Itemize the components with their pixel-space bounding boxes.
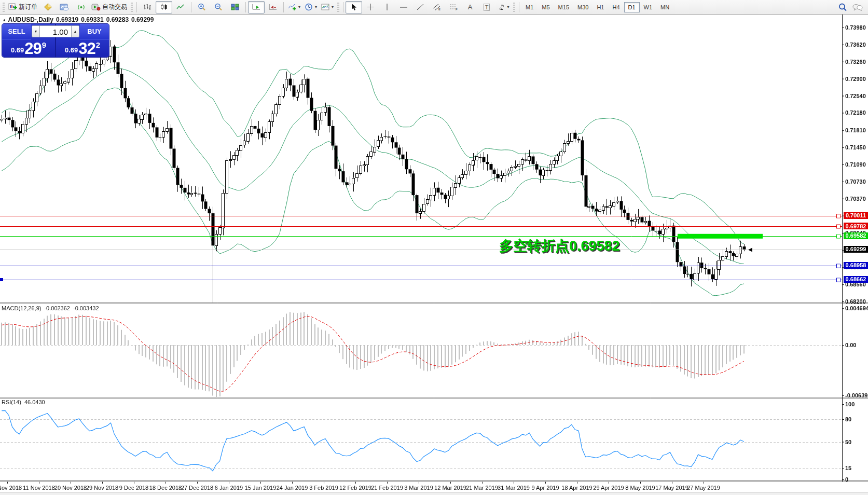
date-axis-tick-label: 11 Nov 2018 — [23, 485, 55, 491]
zoom-out-button[interactable] — [210, 1, 227, 13]
toolbar-grip[interactable] — [513, 3, 515, 12]
vertical-line-tool-button[interactable] — [379, 1, 395, 13]
sell-price-big: 29 — [24, 42, 41, 56]
collapse-panel-icon[interactable]: ▴ — [3, 17, 6, 22]
timeframe-button-m30[interactable]: M30 — [573, 2, 593, 12]
open-value: 0.69319 — [56, 16, 78, 23]
timeframe-button-h4[interactable]: H4 — [608, 2, 624, 12]
chat-icon[interactable] — [852, 3, 863, 11]
chart-shift-button[interactable] — [265, 1, 281, 13]
timeframe-button-h1[interactable]: H1 — [593, 2, 608, 12]
timeframe-button-mn[interactable]: MN — [656, 2, 673, 12]
indicators-button[interactable]: ▾ — [286, 1, 302, 13]
date-axis-tick-label: 21 Mar 2019 — [466, 485, 498, 491]
line-chart-icon — [176, 3, 185, 11]
timeframe-button-m5[interactable]: M5 — [538, 2, 554, 12]
volume-increase-button[interactable]: ▲ — [71, 25, 79, 37]
date-axis-tick-label: 29 Apr 2019 — [593, 485, 624, 491]
price-axis-tick-label: 0.72180 — [845, 109, 868, 116]
profile-button[interactable] — [39, 1, 56, 13]
macd-name: MACD(12,26,9) — [2, 305, 41, 311]
current-price-badge: 0.69299 — [844, 246, 868, 253]
periods-button[interactable]: ▾ — [302, 1, 319, 13]
chart-area[interactable] — [0, 0, 868, 495]
vertical-line-icon — [384, 3, 390, 11]
zoom-in-icon — [198, 3, 206, 11]
price-axis-tick-label: 0.71090 — [845, 161, 868, 168]
publish-chart-button[interactable] — [56, 1, 73, 13]
sell-button[interactable]: SELL — [2, 24, 31, 39]
templates-button[interactable]: ▾ — [319, 1, 336, 13]
timeframe-button-m1[interactable]: M1 — [521, 2, 538, 12]
price-line-badge: 0.68958 — [844, 262, 868, 269]
buy-price-pip: 2 — [96, 40, 100, 49]
toolbar-separator — [283, 2, 284, 12]
price-axis-tick-label: 0.70730 — [845, 178, 868, 185]
trendline-tool-button[interactable] — [412, 1, 429, 13]
date-axis-tick-label: 1 Nov 2018 — [0, 485, 22, 491]
macd-axis-tick-label: -0.00639 — [845, 392, 868, 398]
arrows-tool-button[interactable]: ▾ — [495, 1, 512, 13]
price-line-badge: 0.69782 — [844, 223, 868, 229]
timeframe-button-m15[interactable]: M15 — [554, 2, 573, 12]
date-axis-tick-label: 24 Jan 2019 — [277, 485, 308, 491]
low-value: 0.69283 — [106, 16, 129, 23]
signal-icon — [77, 3, 86, 11]
toolbar-right-group — [838, 3, 863, 11]
main-toolbar: 新订单 自动交易 — [0, 0, 868, 15]
timeframe-group: M1M5M15M30H1H4D1W1MN — [521, 2, 673, 12]
buy-price-prefix: 0.69 — [65, 46, 78, 54]
fibonacci-icon: F — [449, 3, 458, 11]
text-a-icon: A — [468, 3, 473, 11]
crosshair-tool-button[interactable] — [362, 1, 379, 13]
toolbar-grip[interactable] — [3, 3, 5, 12]
date-axis-tick-label: 29 Nov 2018 — [86, 485, 118, 491]
price-line-badge: 0.70011 — [844, 212, 868, 219]
buy-price-display[interactable]: 0.69 32 2 — [56, 39, 109, 57]
new-order-button[interactable]: 新订单 — [6, 1, 39, 13]
volume-decrease-button[interactable]: ▼ — [32, 25, 40, 37]
candlestick-mode-button[interactable] — [156, 1, 172, 13]
buy-price-big: 32 — [78, 42, 95, 56]
chart-title: ▴ AUDUSD-,Daily 0.69319 0.69331 0.69283 … — [3, 16, 154, 23]
toolbar-grip[interactable] — [337, 3, 339, 12]
macd-axis-tick-label: 0.004694 — [845, 305, 868, 311]
line-chart-mode-button[interactable] — [172, 1, 189, 13]
dropdown-arrow-icon: ▾ — [298, 5, 300, 9]
timeframe-button-w1[interactable]: W1 — [640, 2, 657, 12]
text-tool-button[interactable]: A — [462, 1, 478, 13]
sell-price-prefix: 0.69 — [11, 46, 24, 54]
price-axis-tick-label: 0.71810 — [845, 127, 868, 133]
volume-input[interactable]: 1.00 — [40, 25, 71, 37]
sell-price-display[interactable]: 0.69 29 9 — [2, 39, 55, 57]
horizontal-line-tool-button[interactable] — [395, 1, 412, 13]
cursor-tool-button[interactable] — [346, 1, 362, 13]
text-label-tool-button[interactable]: T — [478, 1, 495, 13]
mt4-terminal-window: 新订单 自动交易 — [0, 0, 868, 495]
toolbar-grip[interactable] — [131, 3, 133, 12]
equidistant-channel-tool-button[interactable]: E — [429, 1, 445, 13]
date-axis-tick-label: 31 Mar 2019 — [498, 485, 530, 491]
date-axis-tick-label: 18 Dec 2018 — [149, 485, 182, 491]
signal-button[interactable] — [73, 1, 89, 13]
svg-text:E: E — [438, 8, 440, 11]
price-axis-tick-label: 0.71450 — [845, 144, 868, 150]
bar-chart-mode-button[interactable] — [139, 1, 156, 13]
search-icon[interactable] — [838, 3, 847, 11]
zoom-in-button[interactable] — [194, 1, 210, 13]
rsi-label: RSI(14) 46.0430 — [2, 399, 45, 405]
auto-scroll-button[interactable] — [248, 1, 265, 13]
tile-windows-button[interactable] — [227, 1, 243, 13]
chart-shift-icon — [269, 3, 277, 11]
rsi-axis-tick-label: 100 — [845, 401, 868, 407]
fibonacci-tool-button[interactable]: F — [445, 1, 462, 13]
timeframe-button-d1[interactable]: D1 — [624, 2, 640, 12]
buy-button[interactable]: BUY — [80, 24, 109, 39]
bar-chart-icon — [143, 3, 151, 11]
autotrading-button[interactable]: 自动交易 — [89, 1, 129, 13]
template-icon — [321, 3, 329, 11]
price-axis-tick-label: 0.68200 — [845, 298, 868, 305]
svg-text:F: F — [456, 8, 458, 11]
toolbar-separator — [343, 2, 343, 12]
rsi-axis-tick-label: 80 — [845, 416, 868, 422]
